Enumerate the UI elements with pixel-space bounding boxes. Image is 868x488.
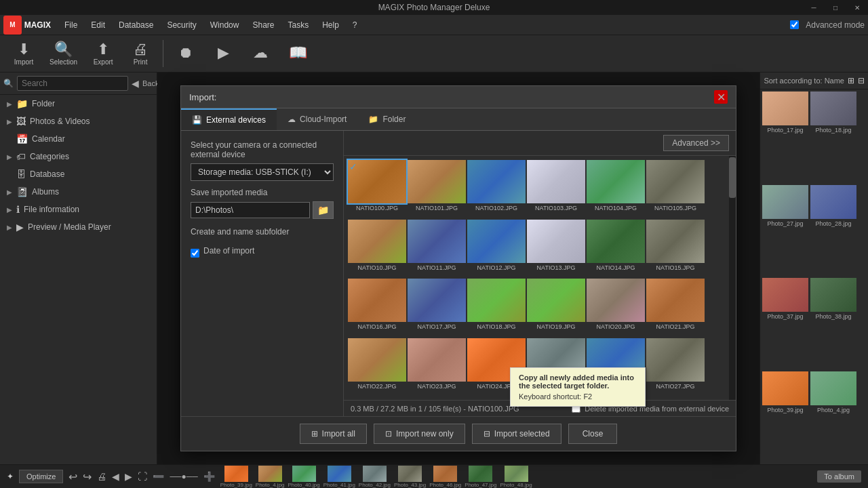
next-icon[interactable]: ▶ (125, 471, 132, 482)
record-tool[interactable]: ⏺ (169, 43, 203, 64)
fit-icon[interactable]: ⛶ (138, 471, 147, 482)
browse-folder-button[interactable]: 📁 (313, 201, 334, 219)
play-tool[interactable]: ▶ (206, 43, 240, 64)
menu-bar: M MAGIX File Edit Database Security Wind… (0, 15, 868, 35)
maximize-button[interactable]: □ (825, 0, 846, 15)
menu-icon[interactable]: ? (346, 18, 364, 33)
bottom-thumb-item[interactable]: Photo_4.jpg (256, 466, 285, 488)
grid-photo-item[interactable]: NATIO15.JPG (646, 220, 705, 278)
bottom-thumb-item[interactable]: Photo_43.jpg (394, 466, 426, 488)
zoom-out-icon[interactable]: ➖ (153, 471, 164, 482)
right-photo-item[interactable]: Photo_38.jpg (810, 278, 856, 320)
to-album-button[interactable]: To album (817, 470, 861, 483)
right-photo-item[interactable]: Photo_18.jpg (810, 92, 856, 134)
undo-icon[interactable]: ↩ (68, 470, 77, 483)
tab-folder[interactable]: 📁 Folder (357, 108, 416, 130)
grid-photo-item[interactable]: NATIO10.JPG (348, 220, 406, 278)
import-all-button[interactable]: ⊞ Import all (300, 424, 367, 444)
grid-photo-item[interactable]: NATIO11.JPG (408, 220, 466, 278)
export-tool[interactable]: ⬆ Export (86, 39, 120, 68)
sidebar-item-categories[interactable]: ▶ 🏷 Categories (0, 148, 157, 165)
menu-share[interactable]: Share (245, 18, 281, 33)
close-dialog-button[interactable]: Close (568, 424, 618, 444)
folder-icon: 📁 (16, 98, 28, 109)
grid-photo-item[interactable]: NATIO105.JPG (646, 160, 705, 218)
import-new-button[interactable]: ⊡ Import new only (374, 424, 465, 444)
grid-scrollbar[interactable] (729, 156, 736, 400)
menu-file[interactable]: File (58, 18, 84, 33)
menu-database[interactable]: Database (112, 18, 160, 33)
sidebar-item-folder[interactable]: ▶ 📁 Folder (0, 95, 157, 113)
grid-photo-item[interactable]: NATIO13.JPG (527, 220, 585, 278)
right-photo-item[interactable]: Photo_4.jpg (810, 371, 856, 413)
menu-security[interactable]: Security (160, 18, 203, 33)
date-import-checkbox[interactable] (191, 249, 199, 258)
grid-photo-item[interactable]: NATIO101.JPG (408, 160, 466, 218)
bottom-thumb-item[interactable]: Photo_46.jpg (429, 466, 461, 488)
grid-photo-item[interactable]: NATIO12.JPG (467, 220, 526, 278)
device-select[interactable]: Storage media: USB-STICK (I:) (191, 163, 334, 181)
bottom-thumb-item[interactable]: Photo_47.jpg (465, 466, 496, 488)
grid-photo-item[interactable]: NATIO22.JPG (348, 338, 406, 396)
fileinfo-arrow: ▶ (7, 206, 12, 214)
grid-photo-item[interactable]: NATIO16.JPG (348, 279, 406, 337)
redo-icon[interactable]: ↪ (83, 470, 92, 483)
right-photo-item[interactable]: Photo_27.jpg (762, 185, 808, 227)
grid-photo-item[interactable]: NATIO18.JPG (467, 279, 526, 337)
import-close-button[interactable]: ✕ (714, 90, 728, 104)
save-path-input[interactable] (191, 202, 310, 218)
sidebar-item-albums[interactable]: ▶ 📓 Albums (0, 183, 157, 201)
right-photo-item[interactable]: Photo_28.jpg (810, 185, 856, 227)
grid-photo-item[interactable]: ✓NATIO100.JPG (348, 160, 406, 218)
right-photo-item[interactable]: Photo_17.jpg (762, 92, 808, 134)
bottom-thumb-item[interactable]: Photo_42.jpg (359, 466, 391, 488)
view-icon[interactable]: ⊟ (858, 76, 865, 85)
right-photo-item[interactable]: Photo_37.jpg (762, 278, 808, 320)
grid-photo-item[interactable]: NATIO23.JPG (408, 338, 466, 396)
sidebar-item-calendar[interactable]: ▶ 📅 Calendar (0, 130, 157, 148)
bottom-thumb-item[interactable]: Photo_40.jpg (288, 466, 320, 488)
sidebar-item-preview[interactable]: ▶ ▶ Preview / Media Player (0, 218, 157, 236)
grid-photo-item[interactable]: NATIO104.JPG (587, 160, 645, 218)
right-photo-item[interactable]: Photo_39.jpg (762, 371, 808, 413)
grid-photo-item[interactable]: NATIO20.JPG (587, 279, 645, 337)
tab-cloud-import[interactable]: ☁ Cloud-Import (277, 108, 357, 130)
bottom-thumb-item[interactable]: Photo_41.jpg (323, 466, 355, 488)
menu-edit[interactable]: Edit (84, 18, 112, 33)
prev-icon[interactable]: ◀ (112, 471, 119, 482)
grid-photo-item[interactable]: NATIO17.JPG (408, 279, 466, 337)
grid-photo-item[interactable]: NATIO19.JPG (527, 279, 585, 337)
close-button[interactable]: ✕ (846, 0, 868, 15)
print-tool[interactable]: 🖨 Print (123, 39, 157, 68)
zoom-slider[interactable]: ──●── (170, 472, 197, 481)
sidebar-item-photos[interactable]: ▶ 🖼 Photos & Videos (0, 113, 157, 130)
grid-photo-item[interactable]: NATIO103.JPG (527, 160, 585, 218)
bottom-thumb-item[interactable]: Photo_39.jpg (220, 466, 252, 488)
sidebar-item-fileinfo[interactable]: ▶ ℹ File information (0, 201, 157, 218)
import-tool[interactable]: ⬇ Import (7, 39, 41, 68)
advanced-button[interactable]: Advanced >> (663, 135, 729, 151)
search-input[interactable] (17, 76, 128, 91)
sidebar-item-database[interactable]: ▶ 🗄 Database (0, 165, 157, 183)
sort-icon[interactable]: ⊞ (848, 76, 854, 85)
advanced-mode-checkbox[interactable] (790, 20, 799, 29)
grid-photo-item[interactable]: NATIO102.JPG (467, 160, 526, 218)
zoom-in-icon[interactable]: ➕ (203, 471, 215, 482)
bottom-thumb-item[interactable]: Photo_48.jpg (500, 466, 532, 488)
grid-photo-item[interactable]: NATIO27.JPG (646, 338, 705, 396)
menu-window[interactable]: Window (203, 18, 246, 33)
menu-tasks[interactable]: Tasks (281, 18, 315, 33)
cloud-tool[interactable]: ☁ (243, 43, 277, 64)
open-tool[interactable]: 📖 (281, 43, 315, 64)
grid-photo-item[interactable]: NATIO14.JPG (587, 220, 645, 278)
menu-help[interactable]: Help (315, 18, 346, 33)
print-bottom-icon[interactable]: 🖨 (97, 471, 106, 482)
tab-external-devices[interactable]: 💾 External devices (181, 108, 277, 130)
import-selected-button[interactable]: ⊟ Import selected (472, 424, 561, 444)
grid-photo-item[interactable]: NATIO21.JPG (646, 279, 705, 337)
grid-photo-image (646, 279, 705, 322)
optimize-button[interactable]: Optimize (19, 470, 63, 483)
selection-tool[interactable]: 🔍 Selection (44, 39, 83, 68)
back-button[interactable]: ◀ (132, 78, 139, 89)
minimize-button[interactable]: ─ (803, 0, 825, 15)
